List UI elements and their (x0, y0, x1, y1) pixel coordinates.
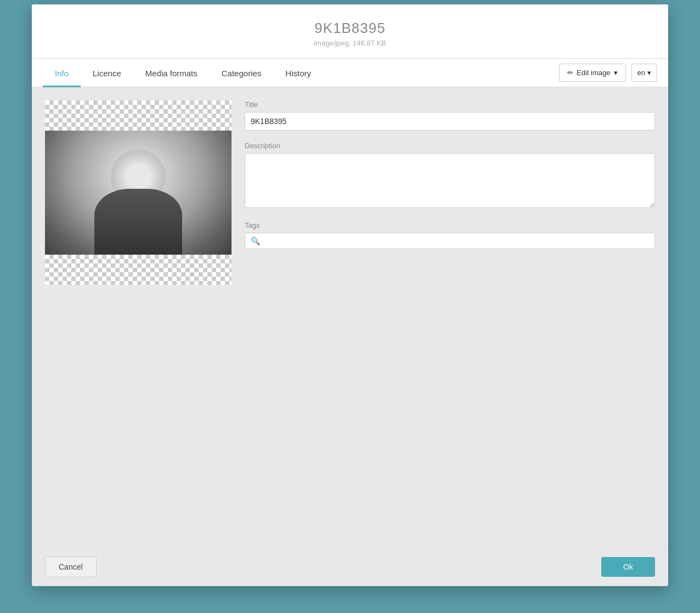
tags-field-group: Tags 🔍 (245, 221, 655, 249)
tab-categories[interactable]: Categories (210, 59, 274, 87)
description-label: Description (245, 142, 655, 150)
tags-label: Tags (245, 221, 655, 229)
language-selector[interactable]: en ▾ (631, 64, 657, 82)
form-section: Title Description Tags 🔍 (245, 100, 655, 285)
tab-history[interactable]: History (273, 59, 323, 87)
tags-input[interactable] (263, 237, 649, 245)
description-field-group: Description (245, 142, 655, 210)
title-field-group: Title (245, 100, 655, 131)
chevron-down-icon: ▾ (614, 69, 618, 77)
search-icon: 🔍 (251, 237, 260, 245)
description-input[interactable] (245, 153, 655, 208)
checker-pattern-bottom (45, 255, 232, 285)
modal-dialog: 9K1B8395 image/jpeg, 146.87 KB Info Lice… (32, 4, 668, 586)
modal-body: Title Description Tags 🔍 (32, 87, 668, 298)
modal-subtitle: image/jpeg, 146.87 KB (43, 39, 657, 47)
pencil-icon: ✏ (567, 69, 573, 77)
image-preview-container (45, 100, 232, 285)
title-label: Title (245, 100, 655, 109)
modal-footer: Cancel Ok (32, 547, 668, 586)
image-main-photo (45, 131, 232, 255)
language-value: en (637, 69, 645, 77)
tabs-bar: Info Licence Media formats Categories Hi… (32, 59, 668, 87)
image-preview (45, 100, 232, 285)
photo-bw (45, 131, 232, 255)
lang-chevron-icon: ▾ (647, 69, 651, 77)
tab-info[interactable]: Info (43, 59, 81, 87)
checker-pattern-top (45, 100, 232, 131)
tags-input-wrapper: 🔍 (245, 233, 655, 249)
modal-title: 9K1B8395 (43, 20, 657, 37)
title-input[interactable] (245, 112, 655, 131)
edit-image-label: Edit image (577, 69, 610, 77)
tab-media-formats[interactable]: Media formats (133, 59, 210, 87)
modal-header: 9K1B8395 image/jpeg, 146.87 KB (32, 4, 668, 59)
edit-image-button[interactable]: ✏ Edit image ▾ (559, 64, 625, 82)
tabs-list: Info Licence Media formats Categories Hi… (43, 59, 559, 87)
tabs-actions: ✏ Edit image ▾ en ▾ (559, 64, 657, 82)
tab-licence[interactable]: Licence (81, 59, 133, 87)
ok-button[interactable]: Ok (601, 557, 655, 577)
cancel-button[interactable]: Cancel (45, 556, 97, 577)
